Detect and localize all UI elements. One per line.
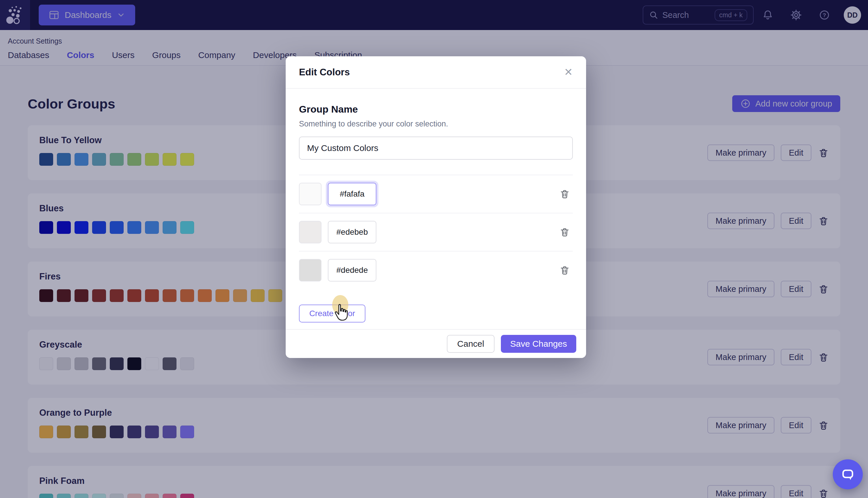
color-preview-swatch[interactable] [299,221,322,244]
save-changes-button[interactable]: Save Changes [501,335,576,353]
group-name-input[interactable] [299,136,573,160]
color-preview-swatch[interactable] [299,259,322,281]
trash-icon [559,227,570,237]
trash-icon [559,189,570,199]
hex-code-input[interactable] [328,259,376,281]
cancel-button[interactable]: Cancel [447,335,494,353]
modal-title: Edit Colors [299,67,350,78]
color-row [299,213,573,251]
trash-icon [559,265,570,275]
group-name-help: Something to describe your color selecti… [299,119,573,129]
speech-bubble-icon [840,467,855,482]
color-row [299,251,573,289]
close-icon[interactable]: ✕ [564,67,573,77]
hand-pointer-icon [333,303,349,323]
group-name-label: Group Name [299,104,573,115]
hex-code-input[interactable] [328,183,376,205]
chat-widget-button[interactable] [833,459,863,489]
edit-colors-modal: Edit Colors ✕ Group Name Something to de… [286,56,586,358]
delete-color-button[interactable] [559,189,570,199]
color-row [299,175,573,213]
color-preview-swatch[interactable] [299,183,322,205]
delete-color-button[interactable] [559,265,570,275]
hex-code-input[interactable] [328,221,376,244]
delete-color-button[interactable] [559,227,570,237]
